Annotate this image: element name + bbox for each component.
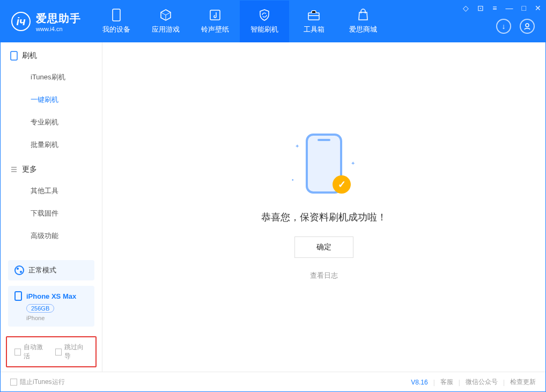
svg-rect-0 [113, 9, 120, 21]
checkbox-icon [14, 349, 21, 356]
logo[interactable]: iч 爱思助手 www.i4.cn [1, 11, 92, 32]
sidebar-item-batch-flash[interactable]: 批量刷机 [31, 134, 102, 156]
main-content: ✦ ✦ • ✓ 恭喜您，保资料刷机成功啦！ 确定 查看日志 [102, 42, 545, 372]
nav-label: 铃声壁纸 [201, 25, 229, 34]
success-message: 恭喜您，保资料刷机成功啦！ [261, 211, 387, 224]
logo-subtitle: www.i4.cn [36, 26, 81, 32]
nav-label: 爱思商城 [349, 25, 377, 34]
shield-refresh-icon [258, 9, 271, 21]
footer: 阻止iTunes运行 V8.16 | 客服 | 微信公众号 | 检查更新 [1, 372, 545, 392]
device-info[interactable]: iPhone XS Max 256GB iPhone [8, 286, 94, 327]
list-icon [10, 166, 18, 173]
sparkle-icon: ✦ [295, 143, 299, 149]
nav-store[interactable]: 爱思商城 [338, 1, 388, 42]
user-button[interactable] [520, 19, 535, 34]
mode-icon [14, 265, 24, 275]
sidebar-item-other-tools[interactable]: 其他工具 [31, 180, 102, 202]
footer-link-update[interactable]: 检查更新 [510, 378, 536, 387]
nav-my-device[interactable]: 我的设备 [92, 1, 141, 42]
section-title: 更多 [22, 165, 37, 174]
download-button[interactable]: ↓ [496, 19, 511, 34]
header: iч 爱思助手 www.i4.cn 我的设备 应用游戏 铃声壁纸 智能刷机 工具… [1, 1, 545, 42]
device-type: iPhone [26, 315, 88, 321]
nav-label: 我的设备 [102, 25, 130, 34]
nav-ringtones[interactable]: 铃声壁纸 [190, 1, 240, 42]
svg-rect-2 [308, 13, 319, 20]
ok-button[interactable]: 确定 [294, 236, 353, 258]
menu-icon[interactable]: ≡ [491, 3, 498, 13]
sidebar-item-download-firmware[interactable]: 下载固件 [31, 202, 102, 225]
version-label: V8.16 [411, 379, 427, 386]
logo-icon: iч [11, 12, 31, 31]
checkbox-skip-guide[interactable]: 跳过向导 [55, 343, 88, 361]
sidebar-section-more: 更多 [1, 156, 102, 180]
svg-rect-1 [210, 10, 220, 20]
checkbox-label: 自动激活 [24, 343, 47, 361]
sidebar: 刷机 iTunes刷机 一键刷机 专业刷机 批量刷机 更多 其他工具 下载固件 … [1, 42, 102, 372]
bag-icon [357, 9, 370, 21]
header-actions: ↓ [496, 19, 535, 34]
checkbox-icon [55, 349, 62, 356]
success-illustration: ✦ ✦ • ✓ [292, 134, 356, 198]
storage-badge: 256GB [26, 304, 54, 313]
footer-link-service[interactable]: 客服 [440, 378, 453, 387]
feedback-icon[interactable]: ⊡ [476, 3, 485, 13]
phone-icon [14, 291, 22, 301]
check-icon: ✓ [333, 175, 351, 194]
view-log-link[interactable]: 查看日志 [310, 271, 338, 280]
phone-icon [10, 51, 18, 61]
nav-apps[interactable]: 应用游戏 [141, 1, 190, 42]
nav-toolbox[interactable]: 工具箱 [289, 1, 338, 42]
checkbox-icon [10, 379, 17, 386]
logo-title: 爱思助手 [36, 11, 81, 26]
nav-flash[interactable]: 智能刷机 [240, 1, 289, 42]
device-name: iPhone XS Max [26, 292, 76, 300]
nav-label: 工具箱 [304, 25, 324, 34]
device-mode[interactable]: 正常模式 [8, 260, 94, 280]
main-nav: 我的设备 应用游戏 铃声壁纸 智能刷机 工具箱 爱思商城 [92, 1, 388, 42]
section-title: 刷机 [22, 51, 37, 61]
toolbox-icon [307, 9, 320, 21]
maximize-button[interactable]: □ [521, 3, 527, 13]
sidebar-item-advanced[interactable]: 高级功能 [31, 225, 102, 247]
nav-label: 应用游戏 [152, 25, 180, 34]
sidebar-section-flash: 刷机 [1, 42, 102, 66]
sparkle-icon: ✦ [351, 160, 355, 166]
sidebar-item-oneclick-flash[interactable]: 一键刷机 [31, 88, 102, 111]
svg-rect-4 [11, 51, 17, 60]
checkbox-auto-activate[interactable]: 自动激活 [14, 343, 48, 361]
close-button[interactable]: ✕ [534, 3, 542, 13]
mode-label: 正常模式 [28, 265, 56, 275]
flash-options: 自动激活 跳过向导 [6, 336, 97, 367]
sparkle-icon: • [292, 177, 294, 183]
checkbox-label: 阻止iTunes运行 [20, 378, 65, 387]
checkbox-block-itunes[interactable]: 阻止iTunes运行 [10, 378, 65, 387]
cube-icon [159, 9, 172, 21]
music-icon [209, 9, 222, 21]
checkbox-label: 跳过向导 [64, 343, 88, 361]
sidebar-item-pro-flash[interactable]: 专业刷机 [31, 111, 102, 134]
device-icon [110, 9, 123, 21]
shirt-icon[interactable]: ◇ [462, 3, 470, 13]
footer-link-wechat[interactable]: 微信公众号 [466, 378, 498, 387]
nav-label: 智能刷机 [250, 25, 278, 34]
svg-point-3 [526, 24, 529, 27]
window-controls: ◇ ⊡ ≡ — □ ✕ [462, 3, 542, 13]
sidebar-item-itunes-flash[interactable]: iTunes刷机 [31, 66, 102, 88]
minimize-button[interactable]: — [505, 3, 514, 13]
